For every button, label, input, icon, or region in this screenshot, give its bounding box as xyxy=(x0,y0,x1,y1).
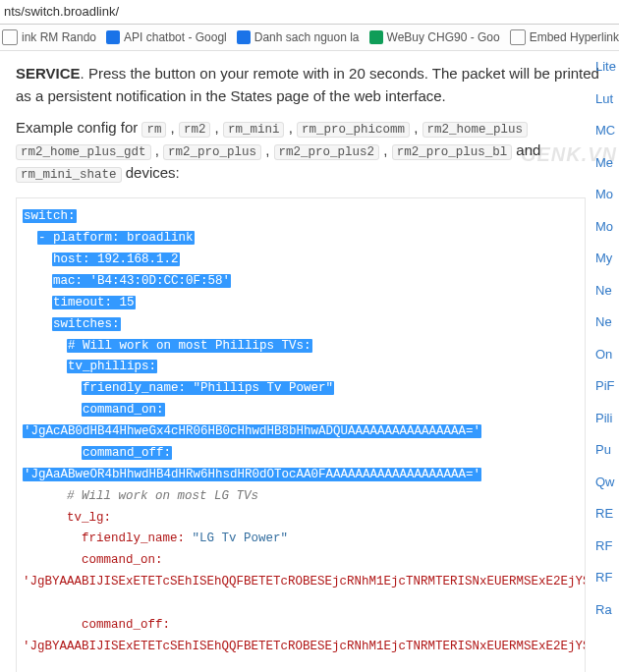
sidebar-link[interactable]: RE xyxy=(595,498,619,531)
code-line: command_on: xyxy=(82,403,165,417)
sidebar-link[interactable]: RF xyxy=(595,562,619,594)
inline-code: rm_mini xyxy=(223,122,285,138)
bookmark-item[interactable]: Embed Hyperlink xyxy=(510,25,619,50)
inline-code: rm2_pro_plus_bl xyxy=(392,144,513,160)
paragraph-example: Example config for rm , rm2 , rm_mini , … xyxy=(16,117,609,184)
sidebar-link[interactable]: Qw xyxy=(595,467,619,499)
inline-code: rm2_pro_plus xyxy=(163,144,261,160)
bookmark-label: Embed Hyperlink xyxy=(530,25,619,50)
code-line: friendly_name: xyxy=(82,532,185,545)
example-prefix: Example config for xyxy=(16,119,141,136)
bookmark-label: API chatbot - Googl xyxy=(124,25,227,50)
bookmark-item[interactable]: Danh sach nguon la xyxy=(237,25,360,50)
code-line: # Will work on most LG TVs xyxy=(67,489,258,503)
code-line: friendly_name: "Phillips Tv Power" xyxy=(82,381,334,395)
code-line: 'JgAcAB0dHB44HhweGx4cHR06HB0cHhwdHB8bHhw… xyxy=(23,424,481,438)
sidebar-link[interactable]: Lut xyxy=(595,84,619,116)
sidebar-link[interactable]: Ne xyxy=(595,275,619,308)
inline-code: rm2_pro_plus2 xyxy=(274,144,380,160)
sidebar-link[interactable]: Ra xyxy=(595,594,619,627)
code-line: host: 192.168.1.2 xyxy=(52,252,180,266)
address-url: nts/switch.broadlink/ xyxy=(4,4,119,19)
code-line: tv_phillips: xyxy=(67,360,157,373)
gsheet-icon xyxy=(369,30,383,44)
sidebar-link[interactable]: MC xyxy=(595,115,619,147)
bookmark-item[interactable]: API chatbot - Googl xyxy=(106,25,227,50)
sidebar-link[interactable]: Pu xyxy=(595,434,619,467)
bookmark-item[interactable]: ink RM Rando xyxy=(2,25,96,50)
code-line: 'JgAaABweOR4bHhwdHB4dHRw6HhsdHR0dOTocAA0… xyxy=(23,468,481,481)
gdoc-icon xyxy=(106,30,120,44)
code-line: switches: xyxy=(52,317,121,331)
sidebar-link[interactable]: Pili xyxy=(595,403,619,435)
sidebar-link[interactable]: Mo xyxy=(595,179,619,211)
sidebar-link[interactable]: Me xyxy=(595,147,619,180)
bookmark-item[interactable]: WeBuy CHG90 - Goo xyxy=(369,25,500,50)
sidebar-link[interactable]: Ne xyxy=(595,307,619,339)
sidebar-links: LiteLutMCMeMoMoMyNeNeOnPiFPiliPuQwRERFRF… xyxy=(595,51,619,626)
code-line: tv_lg: xyxy=(67,511,111,525)
code-value: "LG Tv Power" xyxy=(193,532,289,545)
service-rest: . Press the button on your remote with i… xyxy=(16,65,599,104)
code-line: mac: 'B4:43:0D:CC:0F:58' xyxy=(52,274,231,288)
page-icon xyxy=(510,29,526,45)
service-word: SERVICE xyxy=(16,65,81,82)
sidebar-link[interactable]: My xyxy=(595,243,619,275)
code-line: command_off: xyxy=(82,446,172,460)
page-content: GENK.VN SERVICE. Press the button on you… xyxy=(0,51,619,672)
code-line: command_on: xyxy=(82,553,163,567)
bookmark-label: WeBuy CHG90 - Goo xyxy=(387,25,500,50)
inline-code: rm2 xyxy=(179,122,211,138)
inline-code: rm_mini_shate xyxy=(16,167,122,183)
address-bar[interactable]: nts/switch.broadlink/ xyxy=(0,0,619,25)
bookmarks-bar: ink RM RandoAPI chatbot - GooglDanh sach… xyxy=(0,25,619,51)
sidebar-link[interactable]: On xyxy=(595,339,619,371)
sidebar-link[interactable]: PiF xyxy=(595,370,619,403)
and-word: and xyxy=(512,141,540,158)
inline-code: rm_pro_phicomm xyxy=(297,122,410,138)
page-icon xyxy=(2,29,18,45)
sidebar-link[interactable]: Lite xyxy=(595,51,619,84)
bookmark-label: Danh sach nguon la xyxy=(254,25,360,50)
code-line: - platform: broadlink xyxy=(37,231,195,245)
code-line: 'JgBYAAABIJISExETETcSEhISEhQQFBETETcROBE… xyxy=(23,640,586,653)
code-line: command_off: xyxy=(82,618,170,632)
code-line: 'JgBYAAABIJISExETETcSEhISEhQQFBETETcROBE… xyxy=(23,575,586,588)
code-line: timeout: 15 xyxy=(52,296,136,309)
devices-suffix: devices: xyxy=(122,164,180,181)
inline-code: rm2_home_plus_gdt xyxy=(16,144,151,160)
inline-code: rm xyxy=(141,122,166,138)
code-line: switch: xyxy=(23,209,77,223)
bookmark-label: ink RM Rando xyxy=(22,25,96,50)
code-line: # Will work on most Phillips TVs: xyxy=(67,339,312,353)
code-block[interactable]: switch: - platform: broadlink host: 192.… xyxy=(16,197,586,672)
sidebar-link[interactable]: Mo xyxy=(595,211,619,244)
sidebar-link[interactable]: RF xyxy=(595,531,619,563)
gdoc-icon xyxy=(237,30,251,44)
inline-code: rm2_home_plus xyxy=(422,122,529,138)
paragraph-service: SERVICE. Press the button on your remote… xyxy=(16,63,609,107)
